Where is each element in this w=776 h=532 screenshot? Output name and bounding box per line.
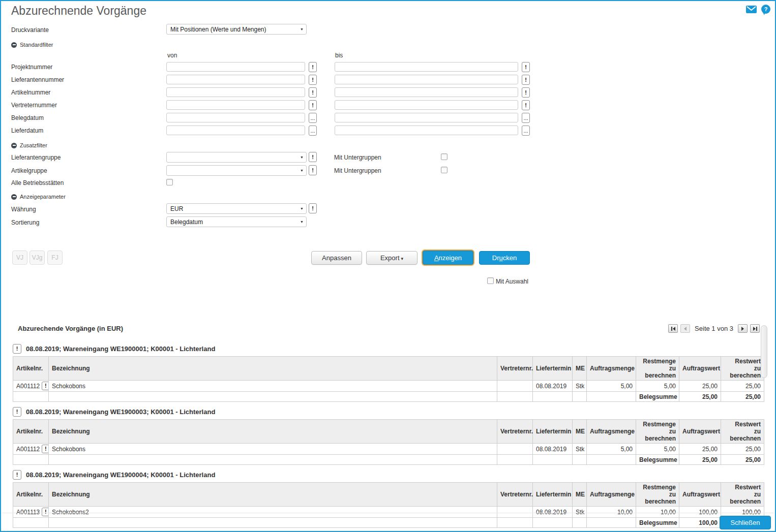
belegdatum-von-input[interactable]	[166, 113, 305, 122]
vertreternummer-von-input[interactable]	[166, 100, 305, 110]
waehrung-value: EUR	[170, 205, 183, 212]
lieferdatum-von-date-button[interactable]: ...	[309, 126, 317, 136]
next-page-button[interactable]	[738, 324, 748, 333]
sortierung-label: Sortierung	[11, 219, 39, 226]
projektnummer-bis-lookup-button[interactable]: !	[522, 62, 530, 72]
group-header: !08.08.2019; Wareneingang WE1900004; K00…	[13, 470, 764, 480]
lieferantennummer-von-lookup-button[interactable]: !	[309, 75, 317, 85]
group-info-button[interactable]: !	[13, 470, 21, 480]
lieferdatum-label: Lieferdatum	[11, 127, 43, 134]
anzeigeparameter-toggle[interactable]: Anzeigeparameter	[11, 194, 66, 200]
artikelgruppe-select[interactable]	[166, 165, 307, 176]
zusatzfilter-toggle[interactable]: Zusatzfilter	[11, 142, 47, 148]
mail-icon[interactable]	[746, 6, 757, 13]
positions-table: Artikelnr.BezeichnungVertreternr.Liefert…	[13, 482, 764, 528]
first-page-icon	[671, 327, 672, 331]
sum-row: Belegsumme25,0025,00	[13, 455, 764, 465]
column-header: Bezeichnung	[49, 357, 497, 381]
mit-auswahl-checkbox[interactable]	[487, 277, 494, 284]
artikelgruppe-lookup-button[interactable]: !	[309, 165, 317, 175]
results-groups: !08.08.2019; Wareneingang WE1900001; K00…	[13, 344, 764, 528]
bezeichnung-cell: Schokobons	[49, 381, 497, 392]
mit-untergruppen-checkbox-2[interactable]	[441, 167, 447, 173]
artikelnummer-von-lookup-button[interactable]: !	[309, 87, 317, 98]
empty-cell	[13, 518, 49, 528]
artikel-info-button[interactable]: !	[42, 445, 48, 453]
sortierung-select[interactable]: Belegdatum	[166, 216, 307, 227]
last-page-button[interactable]	[750, 324, 760, 333]
export-button[interactable]: Export▾	[366, 251, 417, 265]
group-info-button[interactable]: !	[13, 407, 21, 417]
lieferantengruppe-select[interactable]	[166, 152, 307, 163]
column-header: Restmenge zu berechnen	[636, 483, 679, 507]
waehrung-lookup-button[interactable]: !	[309, 203, 317, 213]
artikel-info-button[interactable]: !	[42, 382, 48, 390]
lieferdatum-von-input[interactable]	[166, 126, 305, 135]
column-header: ME	[573, 483, 587, 507]
positions-table: Artikelnr.BezeichnungVertreternr.Liefert…	[13, 419, 764, 465]
export-label: Export	[380, 254, 400, 262]
vertical-scrollbar-thumb[interactable]	[761, 325, 767, 378]
artikel-info-button[interactable]: !	[42, 508, 48, 516]
group-info-button[interactable]: !	[13, 344, 21, 354]
lieferdatum-bis-input[interactable]	[335, 126, 518, 135]
von-label: von	[167, 52, 177, 59]
belegdatum-von-date-button[interactable]: ...	[309, 113, 317, 123]
druckvariante-select[interactable]: Mit Positionen (Werte und Mengen)	[166, 24, 307, 35]
abzurechnende-vorgaenge-window: Abzurechnende Vorgänge ? Druckvariante M…	[0, 0, 776, 532]
auftragswert-cell: 25,00	[679, 381, 721, 392]
group-header-text: 08.08.2019; Wareneingang WE1900004; K000…	[26, 471, 215, 479]
lieferantennummer-von-input[interactable]	[166, 75, 305, 84]
projektnummer-bis-input[interactable]	[335, 62, 518, 72]
standardfilter-label: Standardfilter	[20, 42, 53, 48]
restwert-cell: 25,00	[721, 444, 764, 455]
next-page-icon	[741, 327, 744, 331]
schliessen-button[interactable]: Schließen	[720, 516, 771, 529]
standardfilter-toggle[interactable]: Standardfilter	[11, 42, 53, 48]
drucken-button[interactable]: Drucken	[479, 251, 530, 265]
artikelnummer-bis-input[interactable]	[335, 87, 518, 97]
first-page-button[interactable]	[668, 324, 678, 333]
bezeichnung-cell: Schokobons2	[49, 507, 497, 518]
previous-page-button[interactable]	[680, 324, 690, 333]
lieferantennummer-bis-lookup-button[interactable]: !	[522, 75, 530, 85]
sum-label-cell: Belegsumme	[636, 455, 679, 465]
column-header: ME	[573, 357, 587, 381]
belegdatum-bis-input[interactable]	[335, 113, 518, 122]
anpassen-button[interactable]: Anpassen	[311, 251, 362, 265]
vertreternr-cell	[497, 507, 533, 518]
liefertermin-cell: 08.08.2019	[533, 444, 573, 455]
group-header-text: 08.08.2019; Wareneingang WE1900001; K000…	[26, 345, 215, 353]
empty-cell	[533, 518, 573, 528]
projektnummer-von-lookup-button[interactable]: !	[309, 62, 317, 72]
page-indicator: Seite 1 von 3	[695, 325, 733, 332]
empty-cell	[587, 455, 636, 465]
auftragswert-cell: 25,00	[679, 444, 721, 455]
vjg-button[interactable]: VJg	[29, 251, 45, 265]
vj-button[interactable]: VJ	[12, 251, 27, 265]
belegdatum-bis-date-button[interactable]: ...	[522, 113, 530, 123]
help-icon[interactable]: ?	[761, 5, 770, 14]
waehrung-select[interactable]: EUR	[166, 203, 307, 214]
column-header: Vertreternr.	[497, 357, 533, 381]
artikelnummer-bis-lookup-button[interactable]: !	[522, 87, 530, 98]
fj-button[interactable]: FJ	[47, 251, 63, 265]
projektnummer-von-input[interactable]	[166, 62, 305, 72]
lieferdatum-bis-date-button[interactable]: ...	[522, 126, 530, 136]
empty-cell	[533, 392, 573, 402]
column-header: Bezeichnung	[49, 420, 497, 444]
table-header-row: Artikelnr.BezeichnungVertreternr.Liefert…	[13, 483, 764, 507]
mit-untergruppen-checkbox-1[interactable]	[441, 153, 447, 160]
vertreternummer-bis-lookup-button[interactable]: !	[522, 100, 530, 110]
anzeigen-button[interactable]: Anzeigen	[423, 251, 473, 265]
drucken-pre: Dr	[492, 254, 499, 262]
restwert-cell: 25,00	[721, 381, 764, 392]
results-title: Abzurechende Vorgänge (in EUR)	[18, 325, 123, 332]
lieferantennummer-bis-input[interactable]	[335, 75, 518, 84]
vertreternummer-von-lookup-button[interactable]: !	[309, 100, 317, 110]
artikelnummer-von-input[interactable]	[166, 87, 305, 97]
pagination: Seite 1 von 3	[668, 324, 760, 333]
vertreternummer-bis-input[interactable]	[335, 100, 518, 110]
alle-betriebsstaetten-checkbox[interactable]	[166, 179, 173, 185]
lieferantengruppe-lookup-button[interactable]: !	[309, 152, 317, 162]
